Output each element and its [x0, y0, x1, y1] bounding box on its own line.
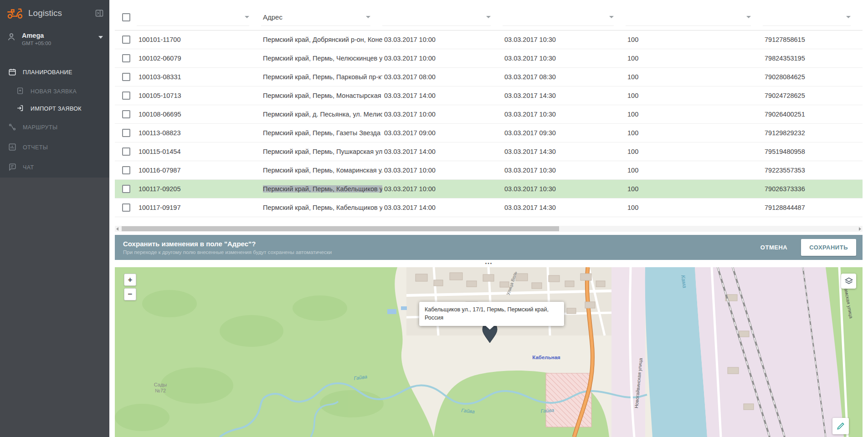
- select-all-checkbox[interactable]: [122, 13, 130, 21]
- sidebar-toggle-icon[interactable]: [95, 9, 104, 18]
- save-button[interactable]: СОХРАНИТЬ: [801, 239, 856, 256]
- filter-address[interactable]: Адрес: [261, 9, 370, 26]
- row-checkbox[interactable]: [122, 110, 130, 118]
- table-row[interactable]: 100113-08823Пермский край, Пермь, Газеты…: [115, 124, 863, 142]
- phone-cell: 79128844487: [763, 198, 863, 217]
- address-cell[interactable]: Пермский край, Пермь, Комаринская ул, 2: [261, 161, 382, 179]
- filter-order-id[interactable]: [137, 9, 249, 26]
- map-label-gardens: Сады: [154, 382, 167, 387]
- time-to-cell: 03.03.2017 10:30: [503, 49, 626, 67]
- chevron-down-icon: [366, 16, 370, 18]
- save-notification-bar: Сохранить изменения в поле "Адрес"? При …: [115, 235, 863, 260]
- address-cell[interactable]: Пермский край, Пермь, Монастырская ул,: [261, 86, 382, 105]
- app-title: Logistics: [28, 8, 90, 18]
- scroll-right-icon[interactable]: [859, 227, 861, 231]
- row-checkbox[interactable]: [122, 185, 130, 193]
- sidebar-item-label: ИМПОРТ ЗАЯВОК: [31, 106, 82, 112]
- row-checkbox[interactable]: [122, 129, 130, 137]
- scroll-left-icon[interactable]: [116, 227, 118, 231]
- sidebar-item-label: ОТЧЕТЫ: [23, 144, 48, 151]
- table-row[interactable]: 100117-09197Пермский край, Пермь, Кабель…: [115, 198, 863, 217]
- time-to-cell: 03.03.2017 14:30: [503, 86, 626, 105]
- zoom-in-button[interactable]: +: [124, 274, 136, 286]
- map-canvas[interactable]: Сады №72 Гайва Гайва Гайва Кама Кабельна…: [115, 267, 863, 437]
- time-to-cell: 03.03.2017 14:30: [503, 142, 626, 161]
- map-edit-button[interactable]: [832, 418, 849, 434]
- table-row[interactable]: 100105-10713Пермский край, Пермь, Монаст…: [115, 86, 863, 105]
- zoom-controls: + −: [124, 274, 136, 300]
- sidebar-item-import-requests[interactable]: ИМПОРТ ЗАЯВОК: [0, 100, 109, 117]
- order-id-cell: 100117-09197: [137, 198, 261, 217]
- phone-cell: 79026400251: [763, 105, 863, 123]
- sidebar-item-routes[interactable]: МАРШРУТЫ: [0, 117, 109, 137]
- scrollbar-thumb[interactable]: [122, 226, 559, 231]
- map-layers-button[interactable]: [841, 274, 856, 289]
- order-id-cell: 100101-11700: [137, 30, 261, 49]
- time-to-cell: 03.03.2017 10:30: [503, 161, 626, 179]
- filter-value: Адрес: [263, 13, 282, 21]
- weight-cell: 100: [626, 86, 763, 105]
- horizontal-scrollbar[interactable]: [115, 226, 863, 232]
- cancel-button[interactable]: ОТМЕНА: [753, 239, 795, 255]
- sidebar-item-label: ЧАТ: [23, 164, 34, 171]
- row-checkbox-cell: [115, 142, 137, 161]
- user-icon: [6, 32, 16, 44]
- sidebar-item-reports[interactable]: ОТЧЕТЫ: [0, 137, 109, 158]
- time-from-cell: 03.03.2017 08:00: [382, 68, 503, 86]
- address-cell[interactable]: Пермский край, Пермь, Газеты Звезда ул,: [261, 124, 382, 142]
- chat-icon: [8, 163, 16, 173]
- table-row[interactable]: 100115-01454Пермский край, Пермь, Пушкар…: [115, 142, 863, 161]
- time-from-cell: 03.03.2017 14:00: [382, 142, 503, 161]
- table-row[interactable]: 100117-09205Пермский край, Пермь, Кабель…: [115, 180, 863, 198]
- phone-cell: 79223557353: [763, 161, 863, 179]
- row-checkbox[interactable]: [122, 36, 130, 44]
- order-id-cell: 100117-09205: [137, 180, 261, 198]
- filter-weight[interactable]: [626, 9, 751, 26]
- weight-cell: 100: [626, 180, 763, 198]
- popup-address-line: Кабельщиков ул., 17/1, Пермь, Пермский к…: [425, 306, 559, 314]
- address-cell[interactable]: Пермский край, Пермь, Парковый пр-кт, 3: [261, 68, 382, 86]
- row-checkbox[interactable]: [122, 147, 130, 156]
- phone-cell: 79024728625: [763, 86, 863, 105]
- table-row[interactable]: 100116-07987Пермский край, Пермь, Комари…: [115, 161, 863, 180]
- weight-cell: 100: [626, 124, 763, 142]
- user-menu[interactable]: Amega GMT +05:00: [0, 26, 109, 52]
- user-name: Amega: [22, 32, 93, 39]
- notification-subtitle: При переходе к другому полю внесенные из…: [123, 249, 332, 255]
- calendar-icon: [8, 68, 16, 77]
- sidebar-item-new-request[interactable]: НОВАЯ ЗАЯВКА: [0, 83, 109, 100]
- filter-phone[interactable]: [763, 9, 851, 26]
- sidebar: Logistics Amega GMT +05:00 ПЛАНИРОВАНИЕ: [0, 0, 109, 437]
- address-cell[interactable]: Пермский край, Добрянский р-он, Конец Г: [261, 30, 382, 49]
- address-cell[interactable]: Пермский край, Пермь, Кабельщиков ул, 8: [261, 198, 382, 217]
- filter-time-to[interactable]: [503, 9, 614, 26]
- address-cell[interactable]: Пермский край, д. Песьянка, ул. Мелиорат: [261, 105, 382, 123]
- map-label-river: Гайва: [540, 407, 554, 414]
- main-content: Адрес 100101-11700Пермский край, Добрянс…: [115, 0, 863, 437]
- table-row[interactable]: 100101-11700Пермский край, Добрянский р-…: [115, 30, 863, 49]
- panel-resize-handle[interactable]: ...: [115, 260, 863, 267]
- chevron-down-icon: [609, 16, 614, 18]
- row-checkbox-cell: [115, 161, 137, 179]
- map-panel[interactable]: Сады №72 Гайва Гайва Гайва Кама Кабельна…: [115, 267, 863, 437]
- address-cell[interactable]: Пермский край, Пермь, Пушкарская ул, 92: [261, 142, 382, 161]
- row-checkbox[interactable]: [122, 54, 130, 62]
- address-cell[interactable]: Пермский край, Пермь, Челюскинцев ул, 1: [261, 49, 382, 67]
- row-checkbox[interactable]: [122, 203, 130, 212]
- routes-icon: [8, 123, 16, 132]
- table-row[interactable]: 100108-06695Пермский край, д. Песьянка, …: [115, 105, 863, 124]
- time-from-cell: 03.03.2017 14:00: [382, 198, 503, 217]
- row-checkbox[interactable]: [122, 73, 130, 81]
- zoom-out-button[interactable]: −: [124, 288, 136, 300]
- table-row[interactable]: 100103-08331Пермский край, Пермь, Парков…: [115, 68, 863, 86]
- order-id-cell: 100103-08331: [137, 68, 261, 86]
- user-timezone: GMT +05:00: [22, 41, 93, 46]
- filter-time-from[interactable]: [382, 9, 491, 26]
- address-cell-editing[interactable]: Пермский край, Пермь, Кабельщиков ул: [261, 180, 382, 198]
- sidebar-item-chat[interactable]: ЧАТ: [0, 158, 109, 178]
- order-id-cell: 100116-07987: [137, 161, 261, 179]
- table-row[interactable]: 100102-06079Пермский край, Пермь, Челюск…: [115, 49, 863, 68]
- sidebar-item-planning[interactable]: ПЛАНИРОВАНИЕ: [0, 62, 109, 83]
- row-checkbox[interactable]: [122, 166, 130, 174]
- row-checkbox[interactable]: [122, 91, 130, 100]
